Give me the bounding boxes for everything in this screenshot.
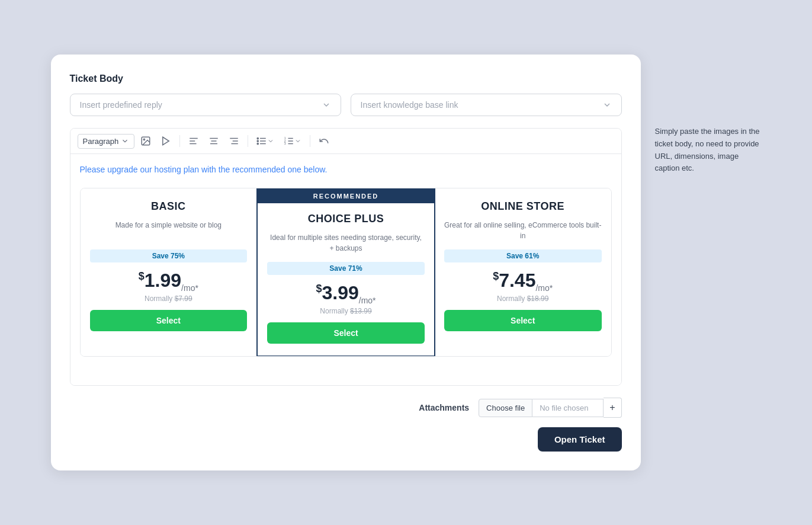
intro-before: Please upgrade our [80, 165, 155, 174]
pricing-card-basic: BASIC Made for a simple website or blog … [81, 188, 258, 356]
price-main-basic: $1.99/mo* [139, 270, 198, 291]
svg-point-1 [143, 139, 145, 140]
attachments-section: Attachments Choose file No file chosen + [70, 398, 622, 418]
file-input-row: Choose file No file chosen + [479, 398, 621, 418]
svg-point-17 [257, 143, 258, 144]
divider [310, 135, 310, 147]
price-main-online-store: $7.45/mo* [493, 270, 553, 291]
plan-name-basic: BASIC [90, 200, 248, 213]
save-badge-choice-plus: Save 71% [267, 262, 425, 275]
editor-body[interactable]: Please upgrade our hosting plan with the… [70, 154, 621, 385]
paragraph-select[interactable]: Paragraph [78, 134, 135, 149]
choose-file-btn[interactable]: Choose file [479, 399, 532, 417]
predefined-reply-dropdown[interactable]: Insert predefined reply [70, 94, 341, 116]
divider [248, 135, 248, 147]
paragraph-label: Paragraph [83, 137, 119, 146]
recommended-badge: RECOMMENDED [258, 189, 434, 203]
pricing-cards: BASIC Made for a simple website or blog … [80, 188, 612, 357]
intro-after: with the recommended one below. [199, 165, 327, 174]
align-right-btn[interactable] [225, 133, 243, 149]
align-left-btn[interactable] [185, 133, 203, 149]
plan-desc-choice-plus: Ideal for multiple sites needing storage… [267, 232, 425, 254]
pricing-card-choice-plus: RECOMMENDED CHOICE PLUS Ideal for multip… [256, 188, 435, 357]
save-badge-basic: Save 75% [90, 249, 248, 262]
list-icon [256, 136, 267, 146]
undo-icon [319, 136, 329, 146]
align-center-icon [208, 136, 219, 146]
plan-desc-basic: Made for a simple website or blog [90, 220, 248, 241]
normally-basic: Normally $7.99 [90, 294, 248, 303]
chevron-down-icon [294, 137, 301, 145]
align-left-icon [188, 136, 199, 146]
pricing-card-online-store: ONLINE STORE Great for all online sellin… [435, 188, 611, 356]
chevron-down-icon [322, 100, 331, 110]
chevron-down-icon [121, 137, 129, 145]
ordered-list-btn[interactable]: 1 2 3 [280, 133, 305, 149]
ticket-body-title: Ticket Body [70, 73, 622, 84]
price-main-choice-plus: $3.99/mo* [316, 282, 375, 303]
open-ticket-btn[interactable]: Open Ticket [538, 427, 622, 452]
svg-point-16 [257, 140, 258, 142]
price-row-basic: $1.99/mo* [90, 271, 248, 292]
main-card: Ticket Body Insert predefined reply Inse… [51, 55, 641, 470]
side-note-text: Simply paste the images in the ticket bo… [655, 127, 760, 172]
normally-online-store: Normally $18.99 [444, 294, 602, 303]
play-icon [161, 136, 171, 146]
save-badge-online-store: Save 61% [444, 249, 602, 262]
select-btn-online-store[interactable]: Select [444, 310, 602, 331]
chevron-down-icon [267, 137, 274, 145]
ordered-list-icon: 1 2 3 [284, 136, 294, 146]
intro-highlight: hosting plan [155, 165, 200, 174]
price-row-online-store: $7.45/mo* [444, 271, 602, 292]
actions-row: Open Ticket [70, 427, 622, 452]
knowledge-base-dropdown[interactable]: Insert knowledge base link [351, 94, 622, 116]
intro-text: Please upgrade our hosting plan with the… [80, 164, 612, 176]
select-btn-choice-plus[interactable]: Select [267, 322, 425, 344]
attachments-label: Attachments [419, 403, 469, 412]
plan-name-online-store: ONLINE STORE [444, 200, 602, 213]
play-icon-btn[interactable] [157, 133, 175, 149]
align-center-btn[interactable] [205, 133, 223, 149]
select-btn-basic[interactable]: Select [90, 310, 248, 331]
editor-container: Paragraph [70, 128, 622, 386]
knowledge-base-label: Insert knowledge base link [361, 100, 458, 110]
page-wrapper: Ticket Body Insert predefined reply Inse… [51, 55, 762, 470]
price-row-choice-plus: $3.99/mo* [267, 283, 425, 305]
chevron-down-icon [602, 100, 612, 110]
plan-name-choice-plus: CHOICE PLUS [267, 213, 425, 225]
svg-marker-2 [163, 137, 169, 145]
image-icon-btn[interactable] [137, 133, 155, 149]
normally-choice-plus: Normally $13.99 [267, 307, 425, 315]
plan-desc-online-store: Great for all online selling, eCommerce … [444, 220, 602, 241]
add-file-btn[interactable]: + [604, 398, 621, 418]
divider [179, 135, 180, 147]
toolbar: Paragraph [70, 129, 621, 154]
align-right-icon [229, 136, 239, 146]
svg-text:3: 3 [284, 142, 286, 145]
file-name-display: No file chosen [532, 399, 604, 417]
svg-point-15 [257, 137, 258, 139]
unordered-list-btn[interactable] [253, 133, 278, 149]
side-note: Simply paste the images in the ticket bo… [655, 126, 762, 175]
dropdowns-row: Insert predefined reply Insert knowledge… [70, 94, 622, 116]
predefined-reply-label: Insert predefined reply [80, 100, 162, 110]
undo-btn[interactable] [315, 133, 333, 149]
image-icon [140, 136, 151, 146]
